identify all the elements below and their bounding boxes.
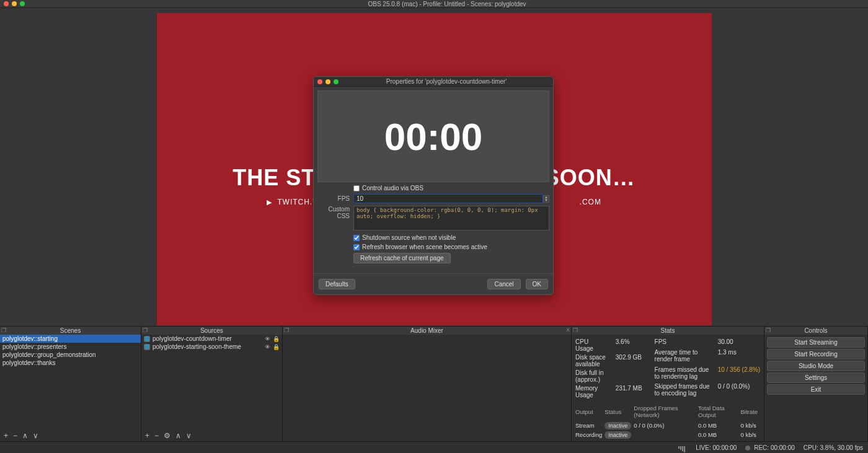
popout-icon[interactable]: ❐ [284, 327, 289, 333]
th-output: Output [575, 403, 604, 421]
output-dropped: 0 / 0 (0.0%) [634, 421, 698, 430]
record-dot-icon [745, 446, 750, 451]
close-icon[interactable] [4, 1, 9, 6]
cpu-status: CPU: 3.8%, 30.00 fps [804, 444, 863, 451]
visibility-toggle-icon[interactable]: 👁 [265, 336, 270, 342]
popout-icon[interactable]: ❐ [143, 327, 148, 333]
shutdown-checkbox[interactable] [353, 235, 360, 241]
source-item[interactable]: 🌐polyglotdev-countdown-timer👁🔒 [141, 335, 282, 343]
skipped-frames-value: 0 / 0 (0.0%) [718, 383, 760, 398]
countdown-time: 00:00 [384, 115, 483, 159]
twitch-icon: ▶ [267, 198, 272, 206]
popout-icon[interactable]: ❐ [1, 327, 6, 333]
source-item[interactable]: 🌐polyglotdev-starting-soon-theme👁🔒 [141, 343, 282, 351]
popout-icon[interactable]: ❐ [573, 327, 578, 333]
studio-mode-button[interactable]: Studio Mode [767, 361, 865, 371]
exit-button[interactable]: Exit [767, 384, 865, 395]
ok-button[interactable]: OK [526, 279, 548, 289]
maximize-icon[interactable] [334, 79, 339, 84]
disk-space-label: Disk space available [575, 354, 607, 367]
dialog-traffic-lights [317, 79, 339, 84]
output-stats-table: Output Status Dropped Frames (Network) T… [575, 403, 760, 439]
table-row: StreamInactive0 / 0 (0.0%)0.0 MB0 kb/s [575, 421, 760, 430]
close-icon[interactable]: × [566, 327, 570, 333]
lock-toggle-icon[interactable]: 🔒 [273, 336, 280, 342]
scene-item[interactable]: polyglotdev::thanks [0, 359, 141, 367]
add-source-button[interactable]: + [145, 431, 149, 440]
start-streaming-button[interactable]: Start Streaming [767, 337, 865, 348]
properties-dialog: Properties for 'polyglotdev-countdown-ti… [313, 76, 554, 295]
memory-label: Memory Usage [575, 385, 607, 398]
dialog-titlebar: Properties for 'polyglotdev-countdown-ti… [314, 77, 553, 87]
defaults-button[interactable]: Defaults [319, 279, 355, 289]
scene-item[interactable]: polyglotdev::group_demonstration [0, 351, 141, 359]
minimize-icon[interactable] [12, 1, 17, 6]
fps-stat-value: 30.00 [718, 338, 760, 347]
cpu-usage-value: 3.6% [616, 338, 642, 352]
custom-css-textarea[interactable]: body { background-color: rgba(0, 0, 0, 0… [353, 206, 549, 231]
output-dropped [634, 430, 698, 439]
avg-render-label: Average time to render frame [655, 349, 714, 364]
sources-list: 🌐polyglotdev-countdown-timer👁🔒🌐polyglotd… [141, 335, 282, 430]
scenes-list: polyglotdev::startingpolyglotdev::presen… [0, 335, 141, 430]
settings-button[interactable]: Settings [767, 372, 865, 383]
avg-render-value: 1.3 ms [718, 349, 760, 364]
popout-icon[interactable]: ❐ [766, 327, 771, 333]
scene-up-button[interactable]: ∧ [22, 431, 28, 440]
scene-item[interactable]: polyglotdev::starting [0, 335, 141, 343]
close-icon[interactable] [317, 79, 322, 84]
table-row: RecordingInactive0.0 MB0 kb/s [575, 430, 760, 439]
rec-status: REC: 00:00:00 [745, 444, 794, 451]
scene-down-button[interactable]: ∨ [33, 431, 38, 440]
add-scene-button[interactable]: + [4, 431, 8, 440]
source-up-button[interactable]: ∧ [175, 431, 181, 440]
dialog-preview: 00:00 [317, 90, 549, 182]
status-bar: LIVE: 00:00:00 REC: 00:00:00 CPU: 3.8%, … [0, 441, 868, 453]
control-audio-label: Control audio via OBS [362, 185, 423, 191]
scene-item[interactable]: polyglotdev::presenters [0, 343, 141, 351]
output-total: 0.0 MB [698, 421, 740, 430]
custom-css-label: Custom CSS [317, 206, 350, 219]
visibility-toggle-icon[interactable]: 👁 [265, 344, 270, 350]
output-bitrate: 0 kb/s [741, 430, 760, 439]
window-traffic-lights [4, 1, 25, 6]
scenes-panel: ❐ Scenes polyglotdev::startingpolyglotde… [0, 327, 141, 441]
source-down-button[interactable]: ∨ [186, 431, 192, 440]
browser-source-icon: 🌐 [144, 336, 150, 342]
controls-body: Start StreamingStart RecordingStudio Mod… [764, 335, 867, 441]
fps-stepper[interactable]: ▲▼ [543, 195, 549, 203]
output-status: Inactive [604, 421, 634, 430]
start-recording-button[interactable]: Start Recording [767, 349, 865, 359]
sources-panel: ❐ Sources 🌐polyglotdev-countdown-timer👁🔒… [141, 327, 283, 441]
missed-frames-value: 10 / 356 (2.8%) [718, 366, 760, 382]
minimize-icon[interactable] [326, 79, 330, 84]
controls-panel: ❐ Controls Start StreamingStart Recordin… [764, 327, 868, 441]
dialog-title: Properties for 'polyglotdev-countdown-ti… [343, 78, 549, 85]
cpu-usage-label: CPU Usage [575, 338, 607, 352]
fps-input[interactable] [353, 194, 543, 203]
source-settings-button[interactable]: ⚙ [164, 431, 170, 440]
disk-space-value: 302.9 GB [616, 354, 642, 367]
scenes-toolbar: + − ∧ ∨ [0, 430, 141, 441]
fps-stat-label: FPS [655, 338, 714, 347]
refresh-cache-button[interactable]: Refresh cache of current page [353, 253, 451, 263]
preview-area: THE STREAM IS STARTING SOON… ▶ TWITCH.TV… [0, 8, 868, 326]
refresh-checkbox[interactable] [353, 244, 360, 250]
stats-panel: ❐ Stats CPU Usage 3.6% Disk space availa… [572, 327, 764, 441]
stats-title: Stats [661, 327, 675, 334]
skipped-frames-label: Skipped frames due to encoding lag [655, 383, 714, 398]
output-name: Recording [575, 430, 604, 439]
output-name: Stream [575, 421, 604, 430]
fps-label: FPS [317, 195, 350, 202]
th-status: Status [604, 403, 634, 421]
cancel-button[interactable]: Cancel [487, 279, 520, 289]
disk-full-label: Disk full in (approx.) [575, 369, 607, 383]
remove-source-button[interactable]: − [154, 431, 159, 440]
th-bitrate: Bitrate [741, 403, 760, 421]
remove-scene-button[interactable]: − [13, 431, 17, 440]
control-audio-checkbox[interactable] [353, 185, 360, 191]
source-item-label: polyglotdev-countdown-timer [153, 335, 262, 342]
stream-signal-icon [678, 443, 687, 452]
maximize-icon[interactable] [20, 1, 25, 6]
lock-toggle-icon[interactable]: 🔒 [273, 344, 280, 350]
